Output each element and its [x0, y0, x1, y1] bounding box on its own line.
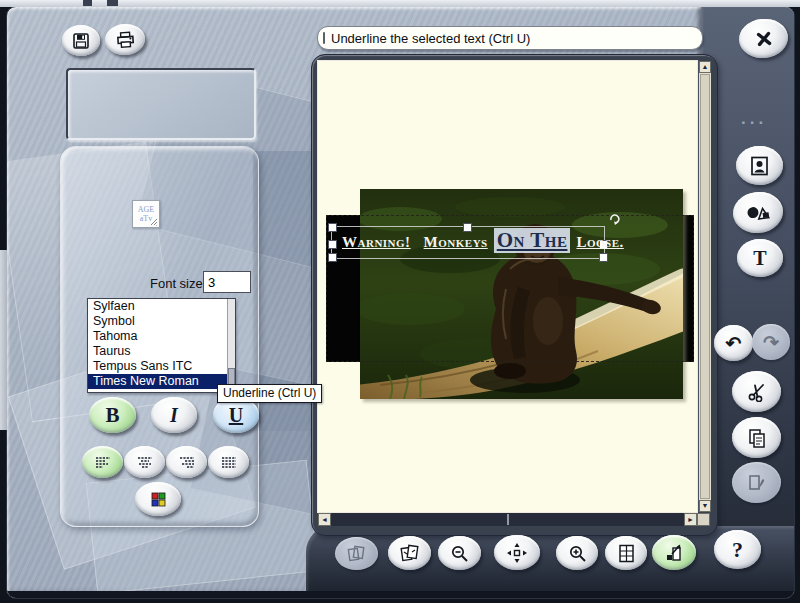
- window-bottom-edge: [7, 591, 794, 598]
- scissors-icon: [747, 382, 767, 402]
- align-right-icon: [179, 456, 195, 469]
- horizontal-scroll-divider: [507, 514, 509, 525]
- font-size-label: Font size: [150, 276, 203, 291]
- paste-icon: [747, 473, 767, 493]
- scroll-right-button[interactable]: ►: [684, 513, 697, 526]
- bold-button[interactable]: B: [89, 397, 136, 433]
- magnifier-plus-icon: [568, 544, 587, 563]
- overflow-dots: ...: [741, 109, 767, 129]
- rotate-handle-icon[interactable]: [609, 213, 621, 225]
- paste-button[interactable]: [732, 462, 781, 503]
- photo-editor-app: { "app": { "message_bar": "Underline the…: [0, 0, 800, 603]
- help-button[interactable]: ?: [714, 530, 761, 569]
- undo-arrow-icon: ↶: [726, 334, 742, 353]
- font-list-scrollbar[interactable]: [227, 299, 235, 392]
- align-justify-icon: [221, 456, 237, 469]
- handle-bottom-left[interactable]: [328, 253, 337, 262]
- font-sample-line1: AGE: [133, 205, 159, 214]
- align-left-button[interactable]: [82, 446, 123, 478]
- browse-photos-button[interactable]: [388, 536, 431, 570]
- background-window-strip: [0, 0, 800, 7]
- font-list-item[interactable]: Sylfaen: [88, 299, 235, 314]
- font-list-item[interactable]: Tahoma: [88, 329, 235, 344]
- zoom-in-button[interactable]: [556, 536, 598, 570]
- resize-grip-icon: [150, 218, 158, 226]
- rect-arrow-icon: [664, 543, 684, 563]
- page-grid-icon: [618, 544, 635, 563]
- align-center-icon: [137, 456, 153, 469]
- question-mark-icon: ?: [732, 539, 743, 561]
- font-list-item[interactable]: Symbol: [88, 314, 235, 329]
- banner-text[interactable]: Warning! Monkeys On The Loose.: [342, 228, 624, 253]
- banner-word: Loose.: [576, 234, 623, 251]
- font-list[interactable]: Sylfaen Symbol Tahoma Taurus Tempus Sans…: [87, 298, 236, 393]
- layout-button[interactable]: [605, 536, 647, 570]
- message-bar-grip: [323, 32, 325, 44]
- gallery-button[interactable]: [335, 537, 378, 570]
- scroll-up-button[interactable]: ▲: [699, 61, 711, 73]
- status-message-text: Underline the selected text (Ctrl U): [331, 31, 530, 46]
- underline-label: U: [229, 405, 243, 425]
- four-arrows-icon: [506, 542, 528, 564]
- handle-top-left[interactable]: [328, 223, 337, 232]
- font-size-input[interactable]: [203, 271, 251, 293]
- save-button[interactable]: [62, 25, 100, 56]
- background-window-button: [83, 0, 92, 6]
- font-sample-thumbnail[interactable]: AGE aTv: [132, 200, 160, 228]
- banner-word: Warning!: [342, 234, 411, 251]
- canvas-vertical-scrollbar[interactable]: ▲ ▼: [698, 61, 711, 512]
- bold-label: B: [105, 405, 119, 426]
- align-justify-button[interactable]: [208, 446, 249, 478]
- add-text-button[interactable]: T: [737, 239, 783, 277]
- magnifier-minus-icon: [450, 544, 469, 563]
- handle-middle-left[interactable]: [328, 240, 337, 249]
- align-left-icon: [95, 456, 111, 469]
- redo-arrow-icon: ↷: [763, 333, 779, 352]
- zoom-out-button[interactable]: [438, 536, 481, 570]
- thumbnail-preview-box: [66, 68, 256, 140]
- close-x-icon: [754, 29, 774, 49]
- banner-word: Monkeys: [424, 234, 488, 251]
- scrollbar-corner: [697, 513, 710, 526]
- background-window-button: [107, 0, 118, 6]
- undo-button[interactable]: ↶: [714, 325, 753, 361]
- handle-bottom-right[interactable]: [599, 253, 608, 262]
- status-message-bar: Underline the selected text (Ctrl U): [317, 26, 703, 50]
- text-color-button[interactable]: [135, 482, 181, 516]
- font-list-item[interactable]: Tempus Sans ITC: [88, 359, 235, 374]
- copy-pages-icon: [747, 428, 766, 448]
- stacked-pages-arrows-icon: [400, 544, 420, 562]
- stacked-pages-icon: [347, 545, 366, 562]
- canvas[interactable]: Warning! Monkeys On The Loose.: [318, 61, 697, 512]
- align-center-button[interactable]: [124, 446, 165, 478]
- color-grid-icon: [151, 492, 166, 507]
- framed-portrait-icon: [750, 156, 769, 176]
- letter-t-icon: T: [753, 248, 766, 268]
- floppy-disk-icon: [72, 32, 90, 50]
- align-right-button[interactable]: [166, 446, 207, 478]
- scroll-down-button[interactable]: ▼: [699, 500, 711, 512]
- shapes-icon: [745, 202, 771, 223]
- printer-icon: [115, 30, 135, 49]
- italic-label: I: [170, 405, 178, 425]
- copy-button[interactable]: [732, 417, 781, 458]
- background-window-edge: [0, 250, 7, 430]
- italic-button[interactable]: I: [151, 397, 197, 433]
- banner-selected-text[interactable]: On The: [494, 228, 571, 253]
- add-photo-button[interactable]: [736, 146, 783, 185]
- pan-button[interactable]: [494, 535, 540, 570]
- scroll-left-button[interactable]: ◄: [318, 513, 331, 526]
- vertical-scroll-thumb[interactable]: [700, 74, 710, 499]
- font-list-item[interactable]: Taurus: [88, 344, 235, 359]
- canvas-horizontal-scrollbar[interactable]: ◄ ►: [318, 513, 710, 526]
- font-list-item-selected[interactable]: Times New Roman: [88, 374, 235, 389]
- underline-tooltip: Underline (Ctrl U): [217, 384, 322, 403]
- cut-button[interactable]: [732, 371, 781, 412]
- resize-button[interactable]: [652, 535, 696, 570]
- redo-button[interactable]: ↷: [752, 324, 790, 360]
